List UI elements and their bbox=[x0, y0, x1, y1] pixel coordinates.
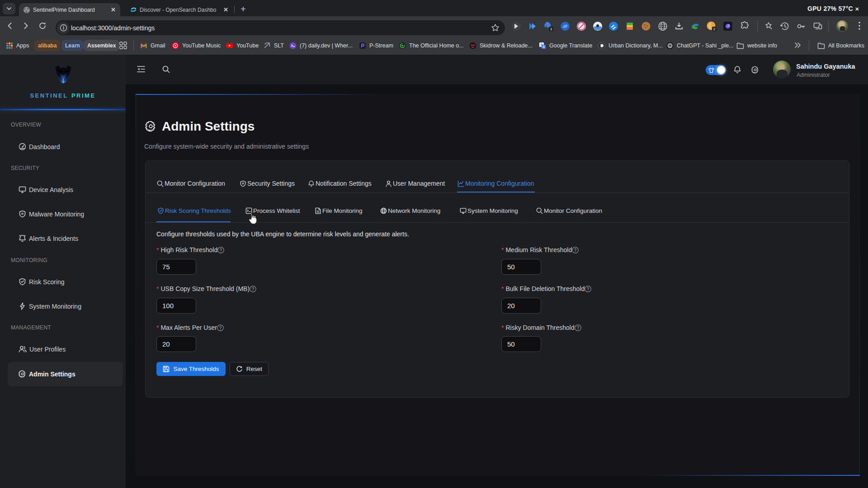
svg-text:A: A bbox=[542, 45, 545, 48]
svg-text:3: 3 bbox=[550, 27, 552, 31]
svg-text:2: 2 bbox=[713, 27, 716, 31]
